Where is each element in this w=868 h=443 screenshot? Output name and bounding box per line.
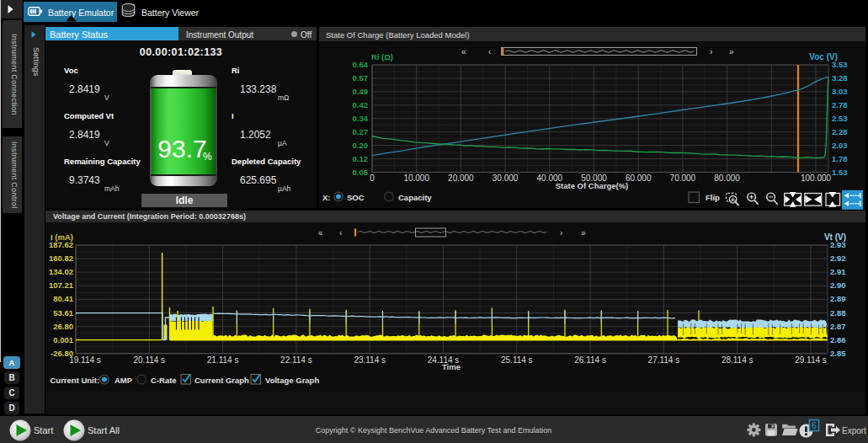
svg-text:6: 6 [812, 420, 817, 430]
